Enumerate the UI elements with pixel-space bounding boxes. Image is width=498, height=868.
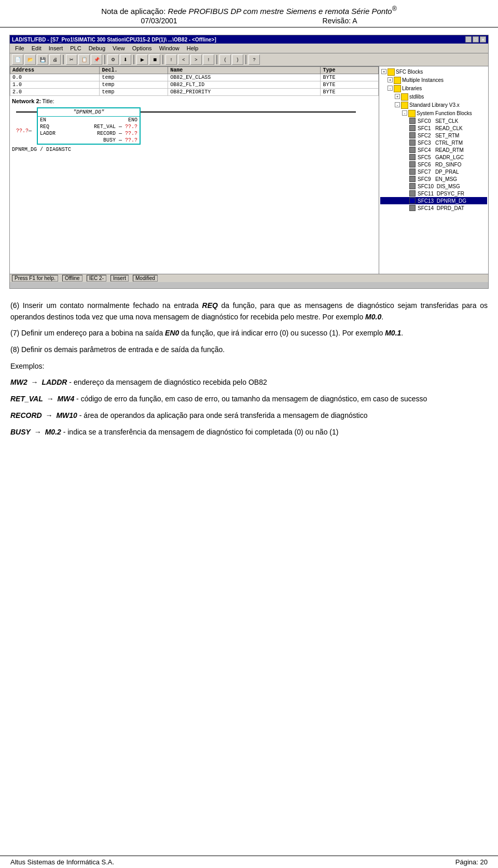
toolbar-b6[interactable]: ) (232, 54, 243, 65)
col-name: Name (168, 67, 321, 74)
toolbar-help[interactable]: ? (248, 54, 260, 65)
tree-item-sfc5[interactable]: SFC5 GADR_LGC (380, 153, 487, 161)
toolbar-compile[interactable]: ⚙ (107, 54, 119, 65)
page-wrapper: Nota de aplicação: Rede PROFIBUS DP com … (0, 0, 498, 868)
function-block: "DPNRM_DG" EN ENO REQ RET_VAL — ??.? (37, 107, 141, 145)
toolbar-b2[interactable]: < (178, 54, 189, 65)
header-revision: Revisão: A (323, 17, 357, 25)
tree-item-sfc10[interactable]: SFC10 DIS_MSG (380, 183, 487, 190)
menu-plc[interactable]: PLC (67, 45, 84, 52)
cell-addr-1: 0.0 (10, 74, 100, 81)
toolbar-b5[interactable]: ( (219, 54, 231, 65)
app-title-text: LAD/STL/FBD - [S7_Pro1\SIMATIC 300 Stati… (12, 37, 216, 43)
network-label: Network 2: (12, 98, 41, 104)
expand-icon[interactable]: + (395, 94, 400, 99)
menu-view[interactable]: View (109, 45, 128, 52)
toolbar-b4[interactable]: ! (203, 54, 214, 65)
toolbar-sep1 (63, 55, 64, 64)
pin-laddr: LADDR (38, 130, 67, 137)
tree-item-multiple-instances[interactable]: + Multiple Instances (380, 76, 487, 84)
expand-icon[interactable]: - (395, 102, 400, 107)
toolbar-stop[interactable]: ⏹ (149, 54, 160, 65)
header-date: 07/03/2001 Revisão: A (10, 17, 488, 25)
cell-decl-3: temp (100, 89, 168, 96)
chip-icon (409, 161, 416, 167)
menu-help[interactable]: Help (184, 45, 202, 52)
expand-icon[interactable]: - (388, 86, 393, 91)
main-content: (6) Inserir um contato normalmente fecha… (0, 294, 498, 448)
col-type: Type (321, 67, 379, 74)
menu-window[interactable]: Window (156, 45, 183, 52)
status-iec: IEC 2- (87, 275, 106, 282)
toolbar-new[interactable]: 📄 (12, 54, 23, 65)
menu-insert[interactable]: Insert (46, 45, 66, 52)
toolbar-save[interactable]: 💾 (37, 54, 48, 65)
tree-item-sfc11[interactable]: SFC11 DPSYC_FR (380, 190, 487, 197)
toolbar-cut[interactable]: ✂ (66, 54, 77, 65)
tree-item-sfc4[interactable]: SFC4 READ_RTM (380, 146, 487, 153)
folder-icon (394, 77, 401, 84)
paragraph-7: (7) Definir um endereço para a bobina na… (10, 328, 488, 339)
status-mode: Offline (62, 275, 82, 282)
maximize-button[interactable]: □ (473, 36, 479, 43)
minimize-button[interactable]: _ (465, 36, 472, 43)
pin-record: RECORD — ??.? (67, 130, 140, 137)
tree-item-sfc9[interactable]: SFC9 EN_MSG (380, 175, 487, 183)
tree-item-sfc7[interactable]: SFC7 DP_PRAL (380, 168, 487, 175)
tree-item-system-function-blocks[interactable]: - System Function Blocks (380, 109, 487, 117)
tree-item-sfc-blocks[interactable]: + SFC Blocks (380, 67, 487, 76)
cell-type-3: BYTE (321, 89, 379, 96)
toolbar-b3[interactable]: > (190, 54, 202, 65)
app-titlebar: LAD/STL/FBD - [S7_Pro1\SIMATIC 300 Stati… (10, 35, 488, 44)
cell-addr-2: 1.0 (10, 81, 100, 89)
tree-item-libraries[interactable]: - Libraries (380, 84, 487, 92)
tree-container[interactable]: + SFC Blocks + Multiple Instances - Libr… (379, 66, 488, 274)
toolbar-b1[interactable]: ! (165, 54, 177, 65)
tree-item-sfc3[interactable]: SFC3 CTRL_RTM (380, 139, 487, 146)
paragraph-record: RECORD → MW10 - área de operandos da apl… (10, 410, 488, 422)
toolbar-run[interactable]: ▶ (136, 54, 148, 65)
toolbar-open[interactable]: 📂 (24, 54, 36, 65)
close-button[interactable]: × (480, 36, 486, 43)
toolbar-download[interactable]: ⬇ (120, 54, 131, 65)
tree-item-sfc6[interactable]: SFC6 RD_SINFO (380, 161, 487, 168)
pin-eno: ENO (67, 117, 140, 123)
dpnrm-label: DPNRM_DG / DIAGNSTC (12, 147, 377, 152)
cell-addr-3: 2.0 (10, 89, 100, 96)
page-header: Nota de aplicação: Rede PROFIBUS DP com … (0, 0, 498, 27)
menu-edit[interactable]: Edit (29, 45, 45, 52)
pin-req: REQ (38, 123, 67, 130)
right-panel: + SFC Blocks + Multiple Instances - Libr… (379, 66, 488, 274)
header-title-plain: Nota de aplicação: (101, 7, 168, 16)
chip-icon (409, 154, 416, 160)
tree-item-stdlibs[interactable]: + stdlibs (380, 92, 487, 101)
toolbar-copy[interactable]: 📋 (78, 54, 90, 65)
expand-icon[interactable]: + (388, 77, 393, 82)
chip-icon (409, 118, 416, 124)
chip-icon-selected (409, 198, 416, 204)
tree-item-standard-library[interactable]: - Standard Library V3.x (380, 101, 487, 109)
paragraph-busy: BUSY → M0.2 - indica se a transferência … (10, 427, 488, 438)
table-row: 2.0 temp OB82_PRIORITY BYTE (10, 89, 379, 96)
cell-name-1: OB82_EV_CLASS (168, 74, 321, 81)
expand-icon[interactable]: - (402, 110, 407, 116)
chip-icon (409, 169, 416, 175)
menu-debug[interactable]: Debug (86, 45, 108, 52)
tree-item-sfc0[interactable]: SFC0 SET_CLK (380, 117, 487, 124)
footer-page: Página: 20 (455, 858, 488, 866)
tree-item-sfc14[interactable]: SFC14 DPRD_DAT (380, 204, 487, 212)
tree-item-sfc2[interactable]: SFC2 SET_RTM (380, 132, 487, 139)
left-panel: Address Decl. Name Type 0.0 temp OB82_EV… (10, 66, 379, 274)
expand-icon[interactable]: + (381, 69, 386, 74)
tree-item-sfc13[interactable]: SFC13 DPNRM_DG (380, 197, 487, 204)
toolbar-paste[interactable]: 📌 (91, 54, 102, 65)
pin-ret-val: RET_VAL — ??.? (67, 123, 140, 130)
status-insert: Insert (110, 275, 129, 282)
toolbar-print[interactable]: 🖨 (49, 54, 61, 65)
chip-icon (409, 183, 416, 189)
win-controls: _ □ × (465, 36, 486, 43)
tree-item-sfc1[interactable]: SFC1 READ_CLK (380, 124, 487, 132)
menu-options[interactable]: Options (129, 45, 155, 52)
menu-file[interactable]: File (12, 45, 27, 52)
cell-decl-1: temp (100, 74, 168, 81)
